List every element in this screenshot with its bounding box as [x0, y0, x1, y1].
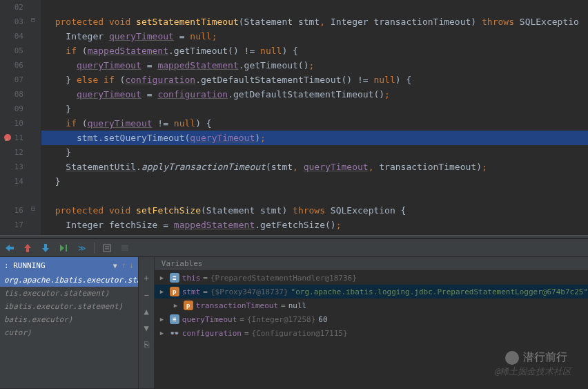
- fold-marker[interactable]: [29, 29, 41, 44]
- fold-marker[interactable]: [29, 58, 41, 73]
- variable-value: "org.apache.ibatis.logging.jdbc.Prepared…: [291, 287, 588, 296]
- run-to-cursor-icon[interactable]: [58, 243, 69, 254]
- down-icon[interactable]: ▼: [141, 323, 152, 334]
- line-number[interactable]: 10: [0, 116, 23, 131]
- variable-type-icon: ≡: [170, 314, 179, 324]
- variable-row[interactable]: ▶p stmt = {$Proxy347@18737} "org.apache.…: [155, 285, 588, 298]
- line-number[interactable]: 16: [0, 203, 23, 218]
- line-number[interactable]: 02: [0, 0, 23, 15]
- variable-type: {Configuration@17115}: [252, 329, 348, 338]
- expand-arrow-icon[interactable]: ▶: [174, 302, 181, 309]
- variable-row[interactable]: ▶≡ queryTimeout = {Integer@17258} 60: [155, 312, 588, 326]
- code-line[interactable]: queryTimeout = mappedStatement.getTimeou…: [41, 58, 588, 73]
- line-number[interactable]: [0, 189, 23, 203]
- code-editor[interactable]: 020304050607080910111213141617 protected…: [0, 0, 588, 235]
- step-out-icon[interactable]: [40, 243, 51, 254]
- fold-marker[interactable]: [29, 0, 41, 15]
- stack-frame[interactable]: cutor): [0, 326, 138, 339]
- expand-arrow-icon[interactable]: ▶: [160, 288, 167, 295]
- line-number[interactable]: 13: [0, 160, 23, 174]
- debug-side-toolbar: + − ▲ ▼ ⎘: [139, 257, 155, 388]
- settings-icon[interactable]: [119, 243, 130, 254]
- fold-marker[interactable]: [29, 203, 41, 218]
- code-line[interactable]: }: [41, 174, 588, 189]
- code-line[interactable]: }: [41, 102, 588, 116]
- step-into-icon[interactable]: [22, 243, 33, 254]
- fold-marker[interactable]: [29, 73, 41, 87]
- variable-name: this: [182, 274, 201, 283]
- variable-row[interactable]: ▶👓 configuration = {Configuration@17115}: [155, 326, 588, 340]
- variable-row[interactable]: ▶p transactionTimeout = null: [155, 298, 588, 312]
- code-line[interactable]: Integer fetchSize = mappedStatement.getF…: [41, 218, 588, 232]
- variable-value: 60: [318, 315, 327, 324]
- expand-arrow-icon[interactable]: ▶: [160, 316, 167, 323]
- copy-icon[interactable]: ⎘: [141, 340, 152, 351]
- chevron-down-icon: ▼: [113, 262, 117, 269]
- line-number[interactable]: 07: [0, 73, 23, 87]
- frames-panel: : RUNNING ▼ ↑ ↓ org.apache.ibatis.execut…: [0, 257, 139, 388]
- fold-gutter[interactable]: [29, 0, 41, 235]
- fold-marker[interactable]: [29, 102, 41, 116]
- svg-text:≫I: ≫I: [78, 244, 86, 253]
- frame-up-icon[interactable]: ↑: [121, 260, 126, 270]
- fold-marker[interactable]: [29, 174, 41, 189]
- code-line[interactable]: queryTimeout = configuration.getDefaultS…: [41, 87, 588, 102]
- fold-marker[interactable]: [29, 44, 41, 58]
- variable-value: null: [288, 301, 307, 310]
- line-number[interactable]: 08: [0, 87, 23, 102]
- fold-marker[interactable]: [29, 131, 41, 145]
- code-content[interactable]: protected void setStatementTimeout(State…: [41, 0, 588, 235]
- add-watch-icon[interactable]: +: [141, 274, 152, 285]
- svg-rect-0: [66, 245, 67, 252]
- evaluate-icon[interactable]: ≫I: [76, 243, 87, 254]
- stack-frame[interactable]: ibatis.executor.statement): [0, 300, 138, 313]
- line-number[interactable]: 09: [0, 102, 23, 116]
- calculator-icon[interactable]: [101, 243, 112, 254]
- expand-arrow-icon[interactable]: ▶: [160, 330, 167, 336]
- fold-marker[interactable]: [29, 218, 41, 232]
- frame-down-icon[interactable]: ↓: [129, 260, 134, 270]
- fold-marker[interactable]: [29, 87, 41, 102]
- code-line[interactable]: StatementUtil.applyTransactionTimeout(st…: [41, 160, 588, 174]
- thread-selector[interactable]: : RUNNING ▼ ↑ ↓: [0, 257, 138, 274]
- code-line[interactable]: if (mappedStatement.getTimeout() != null…: [41, 44, 588, 58]
- fold-marker[interactable]: [29, 145, 41, 160]
- variables-header: Variables: [155, 257, 588, 271]
- code-line[interactable]: if (queryTimeout != null) {: [41, 116, 588, 131]
- breakpoint-icon[interactable]: [4, 134, 11, 141]
- fold-marker[interactable]: [29, 116, 41, 131]
- variable-type-icon: 👓: [170, 328, 179, 338]
- remove-watch-icon[interactable]: −: [141, 290, 152, 301]
- expand-arrow-icon[interactable]: ▶: [160, 274, 167, 281]
- up-icon[interactable]: ▲: [141, 307, 152, 318]
- stack-frame[interactable]: batis.executor): [0, 313, 138, 326]
- code-line[interactable]: protected void setFetchSize(Statement st…: [41, 203, 588, 218]
- code-line[interactable]: Integer queryTimeout = null;: [41, 29, 588, 44]
- code-line[interactable]: [41, 189, 588, 203]
- code-line[interactable]: stmt.setQueryTimeout(queryTimeout);: [41, 131, 588, 145]
- line-number[interactable]: 05: [0, 44, 23, 58]
- variable-type: {$Proxy347@18737}: [210, 287, 288, 296]
- fold-marker[interactable]: [29, 15, 41, 29]
- stack-frame[interactable]: org.apache.ibatis.executor.statement): [0, 274, 138, 287]
- variable-type-icon: p: [184, 301, 193, 310]
- toolbar-divider: [94, 243, 95, 254]
- variable-name: queryTimeout: [182, 315, 237, 324]
- line-number[interactable]: 14: [0, 174, 23, 189]
- code-line[interactable]: } else if (configuration.getDefaultState…: [41, 73, 588, 87]
- line-number[interactable]: 04: [0, 29, 23, 44]
- line-number[interactable]: 11: [0, 131, 23, 145]
- stack-frame[interactable]: tis.executor.statement): [0, 287, 138, 300]
- code-line[interactable]: }: [41, 145, 588, 160]
- line-gutter[interactable]: 020304050607080910111213141617: [0, 0, 29, 235]
- line-number[interactable]: 17: [0, 218, 23, 232]
- fold-marker[interactable]: [29, 189, 41, 203]
- line-number[interactable]: 06: [0, 58, 23, 73]
- line-number[interactable]: 03: [0, 15, 23, 29]
- line-number[interactable]: 12: [0, 145, 23, 160]
- code-line[interactable]: protected void setStatementTimeout(State…: [41, 15, 588, 29]
- step-over-icon[interactable]: [4, 243, 15, 254]
- code-line[interactable]: [41, 0, 588, 15]
- fold-marker[interactable]: [29, 160, 41, 174]
- variable-row[interactable]: ▶≡ this = {PreparedStatementHandler@1873…: [155, 271, 588, 285]
